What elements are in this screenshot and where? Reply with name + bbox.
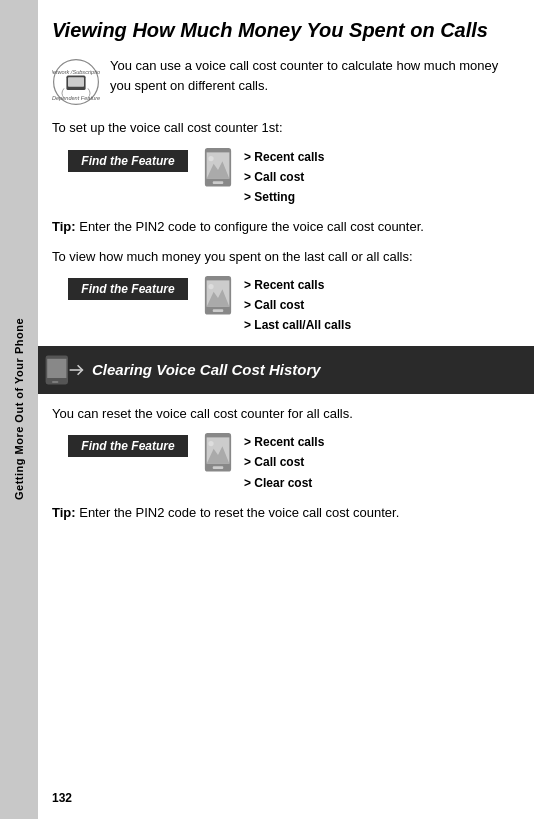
menu-step-2-1: > Recent calls	[244, 276, 351, 295]
phone-icon-container-2: > Recent calls > Call cost > Last call/A…	[200, 276, 351, 336]
find-feature-label-1: Find the Feature	[68, 150, 188, 172]
svg-text:Dependent Feature: Dependent Feature	[52, 95, 100, 101]
sidebar-label: Getting More Out of Your Phone	[13, 318, 25, 500]
phone-icon-container-1: > Recent calls > Call cost > Setting	[200, 148, 324, 208]
section-title: Clearing Voice Call Cost History	[92, 361, 321, 378]
find-feature-block-3: Find the Feature > Recent calls > Call c…	[68, 433, 520, 493]
svg-point-22	[208, 441, 213, 446]
network-icon: Network /Subscription Dependent Feature	[52, 58, 100, 106]
svg-rect-16	[47, 358, 66, 377]
svg-rect-7	[213, 181, 224, 184]
tip-text-2: Tip: Enter the PIN2 code to reset the vo…	[52, 503, 520, 523]
phone-icon-1	[200, 148, 236, 190]
menu-step-3-2: > Call cost	[244, 453, 324, 472]
view-text: To view how much money you spent on the …	[52, 247, 520, 267]
menu-step-1-1: > Recent calls	[244, 148, 324, 167]
svg-point-9	[208, 155, 213, 160]
find-feature-block-2: Find the Feature > Recent calls > Call c…	[68, 276, 520, 336]
sidebar: Getting More Out of Your Phone	[0, 0, 38, 819]
svg-rect-3	[68, 77, 84, 87]
menu-steps-2: > Recent calls > Call cost > Last call/A…	[244, 276, 351, 336]
tip-text-1: Tip: Enter the PIN2 code to configure th…	[52, 217, 520, 237]
menu-steps-3: > Recent calls > Call cost > Clear cost	[244, 433, 324, 493]
svg-point-14	[208, 284, 213, 289]
phone-icon-container-3: > Recent calls > Call cost > Clear cost	[200, 433, 324, 493]
find-feature-label-3: Find the Feature	[68, 435, 188, 457]
intro-block: Network /Subscription Dependent Feature …	[52, 56, 520, 106]
setup-text: To set up the voice call cost counter 1s…	[52, 118, 520, 138]
section-header: Clearing Voice Call Cost History	[38, 346, 534, 394]
menu-step-3-3: > Clear cost	[244, 474, 324, 493]
main-content: Viewing How Much Money You Spent on Call…	[38, 0, 538, 819]
menu-step-1-2: > Call cost	[244, 168, 324, 187]
svg-text:Network /Subscription: Network /Subscription	[52, 69, 100, 75]
menu-step-1-3: > Setting	[244, 188, 324, 207]
find-feature-label-2: Find the Feature	[68, 278, 188, 300]
page-number: 132	[52, 791, 72, 805]
svg-rect-12	[213, 309, 224, 312]
section-header-icon	[44, 352, 84, 388]
menu-step-2-2: > Call cost	[244, 296, 351, 315]
menu-step-3-1: > Recent calls	[244, 433, 324, 452]
svg-rect-17	[52, 381, 58, 383]
menu-steps-1: > Recent calls > Call cost > Setting	[244, 148, 324, 208]
intro-text: You can use a voice call cost counter to…	[110, 56, 520, 95]
page-title: Viewing How Much Money You Spent on Call…	[52, 18, 520, 42]
find-feature-block-1: Find the Feature > Recent calls > Call c…	[68, 148, 520, 208]
svg-rect-20	[213, 466, 224, 469]
phone-icon-3	[200, 433, 236, 475]
phone-icon-2	[200, 276, 236, 318]
section-intro: You can reset the voice call cost counte…	[52, 404, 520, 424]
menu-step-2-3: > Last call/All calls	[244, 316, 351, 335]
